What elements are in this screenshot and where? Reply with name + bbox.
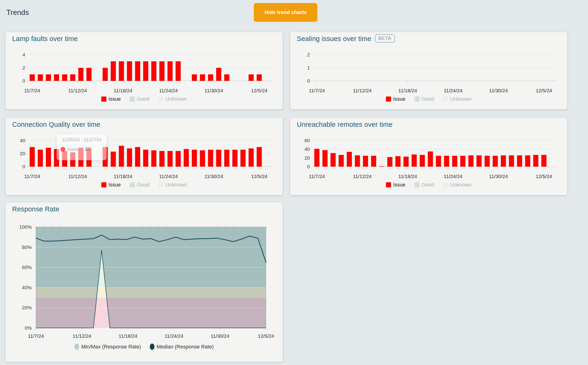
bar[interactable] bbox=[200, 74, 205, 81]
bar[interactable] bbox=[248, 148, 254, 167]
bar[interactable] bbox=[403, 157, 409, 167]
bar[interactable] bbox=[525, 155, 530, 167]
bar[interactable] bbox=[541, 155, 546, 167]
bar[interactable] bbox=[143, 61, 148, 81]
legend-item-issue[interactable]: Issue bbox=[101, 96, 121, 102]
bar[interactable] bbox=[248, 74, 254, 81]
bar[interactable] bbox=[176, 151, 181, 167]
bar[interactable] bbox=[460, 156, 465, 167]
legend-item-issue[interactable]: Issue bbox=[386, 96, 406, 102]
connection-quality-chart[interactable]: 0204011/7/2411/12/2411/18/2411/24/2411/3… bbox=[6, 118, 283, 195]
bar[interactable] bbox=[224, 150, 229, 167]
bar[interactable] bbox=[127, 61, 132, 81]
bar[interactable] bbox=[314, 149, 319, 167]
bar[interactable] bbox=[257, 147, 262, 167]
bar[interactable] bbox=[151, 61, 156, 81]
legend-item-issue[interactable]: Issue bbox=[386, 182, 406, 188]
bar[interactable] bbox=[30, 147, 35, 167]
bar[interactable] bbox=[208, 150, 213, 167]
bar[interactable] bbox=[517, 155, 522, 167]
bar[interactable] bbox=[509, 155, 514, 167]
bar[interactable] bbox=[86, 148, 91, 167]
bar[interactable] bbox=[54, 74, 59, 81]
bar[interactable] bbox=[200, 150, 205, 167]
unreachable-remotes-chart[interactable]: 020406011/7/2411/12/2411/18/2411/24/2411… bbox=[290, 118, 567, 195]
bar[interactable] bbox=[224, 74, 229, 81]
bar[interactable] bbox=[103, 68, 108, 81]
bar[interactable] bbox=[62, 151, 67, 167]
bar[interactable] bbox=[347, 152, 352, 167]
legend-item-minmax[interactable]: Min/Max (Response Rate) bbox=[74, 344, 141, 350]
bar[interactable] bbox=[257, 74, 262, 81]
bar[interactable] bbox=[322, 150, 328, 167]
bar[interactable] bbox=[135, 147, 140, 167]
bar[interactable] bbox=[46, 148, 51, 167]
bar[interactable] bbox=[232, 150, 238, 167]
legend-item-good[interactable]: Good bbox=[414, 182, 434, 188]
bar[interactable] bbox=[371, 156, 376, 167]
bar[interactable] bbox=[167, 61, 173, 81]
bar[interactable] bbox=[103, 147, 108, 167]
bar[interactable] bbox=[379, 166, 384, 167]
bar[interactable] bbox=[30, 74, 35, 81]
bar[interactable] bbox=[468, 155, 473, 167]
bar[interactable] bbox=[119, 146, 124, 167]
bar[interactable] bbox=[387, 157, 392, 167]
bar[interactable] bbox=[501, 155, 506, 167]
legend-item-good[interactable]: Good bbox=[130, 96, 150, 102]
bar[interactable] bbox=[38, 150, 43, 167]
bar[interactable] bbox=[78, 148, 84, 167]
bar[interactable] bbox=[363, 156, 368, 167]
bar[interactable] bbox=[420, 155, 425, 167]
bar[interactable] bbox=[167, 151, 173, 167]
bar[interactable] bbox=[176, 61, 181, 81]
bar[interactable] bbox=[485, 156, 490, 167]
bar[interactable] bbox=[159, 61, 165, 81]
bar[interactable] bbox=[339, 155, 344, 167]
bar[interactable] bbox=[151, 150, 156, 167]
bar[interactable] bbox=[216, 68, 221, 81]
bar[interactable] bbox=[436, 156, 441, 167]
bar[interactable] bbox=[70, 74, 75, 81]
bar[interactable] bbox=[143, 150, 148, 167]
bar[interactable] bbox=[208, 74, 213, 81]
bar[interactable] bbox=[86, 68, 91, 81]
bar[interactable] bbox=[46, 74, 51, 81]
legend-item-unknown[interactable]: Unknown bbox=[443, 96, 472, 102]
bar[interactable] bbox=[62, 74, 67, 81]
bar[interactable] bbox=[184, 149, 189, 167]
legend-item-unknown[interactable]: Unknown bbox=[158, 182, 187, 188]
bar[interactable] bbox=[428, 152, 433, 167]
bar[interactable] bbox=[192, 74, 197, 81]
hide-trend-charts-button[interactable]: Hide trend charts bbox=[254, 3, 317, 22]
bar[interactable] bbox=[395, 156, 401, 167]
bar[interactable] bbox=[412, 154, 417, 167]
bar[interactable] bbox=[533, 155, 538, 167]
response-rate-chart[interactable]: 0%20%40%60%80%100%11/7/2411/12/2411/18/2… bbox=[6, 203, 283, 362]
legend-item-issue[interactable]: Issue bbox=[101, 182, 121, 188]
bar[interactable] bbox=[452, 156, 457, 167]
bar[interactable] bbox=[119, 61, 124, 81]
legend-item-unknown[interactable]: Unknown bbox=[443, 182, 472, 188]
bar[interactable] bbox=[240, 150, 246, 167]
bar[interactable] bbox=[127, 148, 132, 167]
bar[interactable] bbox=[78, 68, 84, 81]
bar[interactable] bbox=[355, 155, 360, 167]
bar[interactable] bbox=[70, 152, 75, 167]
bar[interactable] bbox=[111, 152, 116, 167]
legend-item-good[interactable]: Good bbox=[130, 182, 150, 188]
bar[interactable] bbox=[493, 156, 498, 167]
legend-item-unknown[interactable]: Unknown bbox=[158, 96, 187, 102]
bar[interactable] bbox=[331, 153, 336, 167]
bar[interactable] bbox=[192, 150, 197, 167]
bar[interactable] bbox=[38, 74, 43, 81]
bar[interactable] bbox=[159, 151, 165, 167]
lamp-faults-chart[interactable]: 02411/7/2411/12/2411/18/2411/24/2411/30/… bbox=[6, 32, 283, 109]
legend-item-good[interactable]: Good bbox=[414, 96, 434, 102]
bar[interactable] bbox=[477, 155, 482, 167]
bar[interactable] bbox=[444, 156, 449, 167]
bar[interactable] bbox=[111, 61, 116, 81]
bar[interactable] bbox=[216, 150, 221, 167]
bar[interactable] bbox=[135, 61, 140, 81]
legend-item-median[interactable]: Median (Response Rate) bbox=[150, 344, 214, 350]
